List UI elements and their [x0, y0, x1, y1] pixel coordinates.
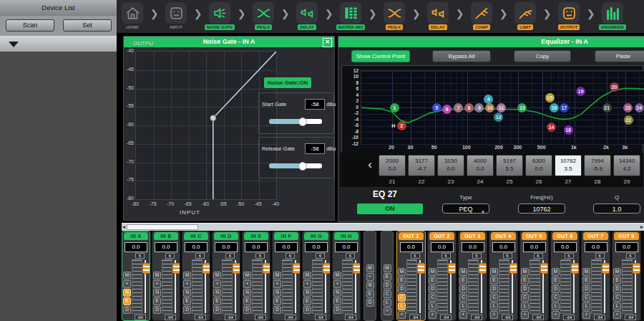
channel-header[interactable]: IN E [244, 232, 268, 240]
fader-handle[interactable] [293, 263, 301, 274]
channel-strip-in-c[interactable]: IN C0.0M+NED6-64 [182, 231, 210, 321]
eq-control-point-8[interactable]: 8 [464, 103, 474, 112]
paste-button[interactable]: Paste [595, 50, 644, 62]
strip-button-e[interactable]: E [582, 277, 590, 284]
strip-button-+[interactable]: + [613, 311, 621, 319]
strip-button-l[interactable]: L [384, 299, 391, 307]
nav-item-comp[interactable]: COMP [466, 0, 497, 30]
strip-button-m[interactable]: M [123, 272, 131, 279]
strip-button-e[interactable]: E [273, 297, 281, 305]
eq-band-button-29[interactable]: 143404.2 [613, 155, 640, 176]
eq-curve-graph[interactable]: 12H567891041112131514161718192120232224 [361, 70, 644, 145]
scan-button[interactable]: Scan [6, 19, 54, 32]
nav-item-peq-x[interactable]: PEQ-X [248, 0, 279, 30]
channel-strip-out-1[interactable]: OUT 10.0MEDCL+6-64 [396, 231, 426, 321]
channel-header[interactable]: OUT 4 [491, 232, 516, 240]
strip-button-e[interactable]: E [333, 297, 341, 305]
channel-strip-in-e[interactable]: IN E0.0M+NED6-64 [242, 231, 270, 321]
eq-control-point-11[interactable]: 11 [497, 103, 506, 112]
fader-handle[interactable] [172, 263, 180, 274]
channel-strip-out-7[interactable]: OUT 70.0MEDCL+6-64 [581, 231, 610, 321]
eq-band-button-23[interactable]: 31500.0 [437, 155, 464, 176]
eq-control-point-24[interactable]: 24 [635, 103, 644, 112]
fader-handle[interactable] [540, 263, 548, 274]
strip-button-c[interactable]: C [582, 294, 590, 302]
strip-button-+[interactable]: + [273, 280, 281, 288]
channel-header[interactable]: OUT 7 [583, 232, 608, 240]
strip-button-d[interactable]: D [273, 306, 281, 314]
strip-button-d[interactable]: D [243, 306, 251, 314]
strip-button-n[interactable]: N [123, 289, 131, 297]
gate-threshold-handle[interactable] [210, 115, 216, 121]
strip-button-d[interactable]: D [613, 285, 621, 293]
strip-button-m[interactable]: M [459, 268, 467, 276]
strip-button-+[interactable]: + [183, 280, 191, 288]
strip-button-l[interactable]: L [521, 302, 529, 310]
nav-item-delay[interactable]: DELAY [291, 0, 323, 30]
fader-handle[interactable] [142, 263, 150, 274]
strip-button-m[interactable]: M [613, 268, 621, 276]
horizontal-scrollbar[interactable]: ◂ ▸ [122, 223, 644, 231]
fader-handle[interactable] [448, 263, 456, 274]
channel-strip-in-a[interactable]: IN A0.0M+NED6-64 [122, 231, 150, 321]
channel-header[interactable]: OUT 5 [522, 232, 547, 240]
eq-control-point-9[interactable]: 9 [474, 103, 484, 112]
nav-item-matrix-mix[interactable]: MATRIX MIX [335, 0, 366, 30]
nav-item-input[interactable]: INPUT [160, 0, 192, 30]
channel-strip-in-d[interactable]: IN D0.0M+NED6-64 [212, 231, 240, 321]
channel-strip-out-3[interactable]: OUT 30.0MEDCL+6-64 [458, 231, 487, 321]
strip-button-n[interactable]: N [183, 289, 191, 297]
eq-control-point-7[interactable]: 7 [454, 103, 463, 112]
nav-item-delay[interactable]: DELAY [422, 0, 454, 30]
master-strip-1[interactable]: M+NED [364, 231, 376, 321]
slider-handle[interactable] [298, 118, 307, 126]
strip-button-+[interactable]: + [366, 273, 374, 281]
strip-button-m[interactable]: M [429, 268, 436, 276]
release-gate-value[interactable]: -58 [305, 143, 325, 154]
channel-header[interactable]: OUT 8 [614, 232, 639, 240]
fader-handle[interactable] [323, 263, 331, 274]
strip-button-+[interactable]: + [123, 280, 131, 288]
fader-handle[interactable] [203, 263, 210, 274]
strip-button-m[interactable]: M [213, 272, 221, 279]
strip-button-e[interactable]: E [183, 297, 191, 305]
strip-button-e[interactable]: E [303, 297, 311, 305]
fader-handle[interactable] [633, 263, 640, 274]
strip-button-d[interactable]: D [552, 285, 560, 293]
nav-item-engineer[interactable]: ENGINEER [597, 0, 628, 30]
scroll-left-icon[interactable]: ◂ [122, 224, 125, 231]
eq-band-button-24[interactable]: 40000.0 [467, 155, 494, 176]
strip-button-l[interactable]: L [429, 302, 436, 310]
strip-button-e[interactable]: E [213, 297, 221, 305]
channel-strip-out-4[interactable]: OUT 40.0MEDCL+6-64 [489, 231, 518, 321]
fader-handle[interactable] [602, 263, 610, 274]
strip-button-m[interactable]: M [183, 272, 191, 279]
eq-band-button-27[interactable]: 107623.5 [555, 155, 582, 176]
strip-button-d[interactable]: D [398, 285, 406, 293]
bypass-all-button[interactable]: Bypass All [432, 50, 491, 62]
eq-control-point-12[interactable]: 12 [494, 112, 503, 122]
eq-control-point-20[interactable]: 20 [610, 82, 619, 92]
strip-button-n[interactable]: N [366, 282, 374, 289]
strip-button-d[interactable]: D [366, 299, 374, 307]
eq-control-point-2[interactable]: 2 [397, 121, 406, 130]
strip-button-m[interactable]: M [273, 272, 281, 279]
channel-header[interactable]: OUT 3 [460, 232, 485, 240]
channel-strip-in-b[interactable]: IN B0.0M+NED6-64 [152, 231, 180, 321]
strip-button-e[interactable]: E [398, 277, 406, 284]
strip-button-l[interactable]: L [459, 302, 467, 310]
eq-band-button-28[interactable]: 7994-5.9 [584, 155, 611, 176]
channel-header[interactable]: OUT 6 [552, 232, 577, 240]
start-gate-slider[interactable] [269, 119, 322, 124]
channel-header[interactable]: IN F [274, 232, 298, 240]
strip-button-+[interactable]: + [384, 307, 391, 315]
strip-button-m[interactable]: M [333, 272, 341, 279]
fader-handle[interactable] [417, 263, 425, 274]
channel-strip-in-h[interactable]: IN H0.0M+NED6-64 [332, 231, 361, 321]
strip-button-+[interactable]: + [303, 280, 311, 288]
nav-item-limit[interactable]: LIMIT [509, 0, 541, 30]
strip-button-d[interactable]: D [303, 306, 311, 314]
strip-button-+[interactable]: + [521, 311, 529, 319]
strip-button-m[interactable]: M [490, 268, 498, 276]
show-control-point-button[interactable]: Show Control Point [351, 50, 410, 62]
